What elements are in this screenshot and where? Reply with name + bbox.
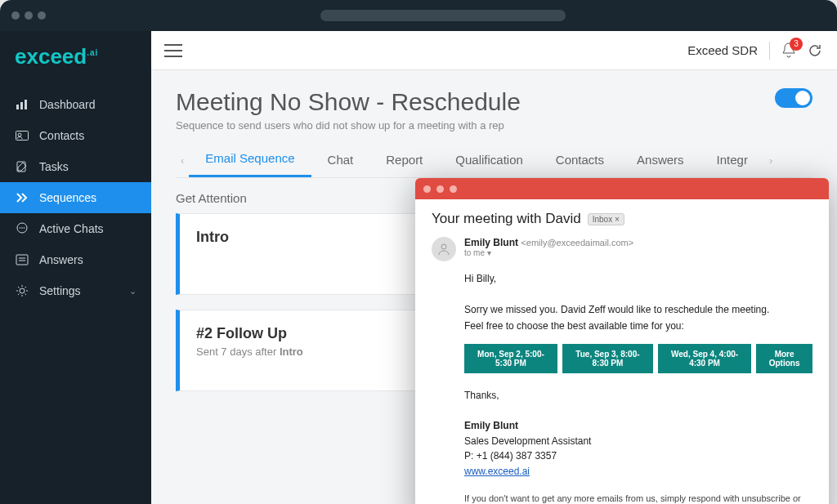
url-bar[interactable] xyxy=(320,10,566,21)
tabs-scroll-left[interactable]: ‹ xyxy=(176,154,189,167)
logo-text: exceed xyxy=(15,44,87,69)
sidebar-item-label: Tasks xyxy=(39,160,69,173)
time-slot-row: Mon, Sep 2, 5:00-5:30 PM Tue, Sep 3, 8:0… xyxy=(464,344,812,373)
sidebar-item-contacts[interactable]: Contacts xyxy=(0,120,151,151)
svg-rect-10 xyxy=(16,255,28,265)
sig-phone: P: +1 (844) 387 3357 xyxy=(464,448,812,464)
notification-badge: 3 xyxy=(790,38,803,51)
sequence-enabled-toggle[interactable] xyxy=(775,88,812,108)
sidebar-item-label: Answers xyxy=(39,253,83,266)
gear-icon xyxy=(15,284,29,297)
email-body-line: Feel free to choose the best available t… xyxy=(464,319,812,334)
current-user-label[interactable]: Exceed SDR xyxy=(687,43,758,57)
edit-icon xyxy=(15,160,29,173)
email-greeting: Hi Billy, xyxy=(464,271,812,287)
page-subtitle: Sequence to send users who did not show … xyxy=(176,119,521,132)
refresh-button[interactable] xyxy=(808,43,824,58)
sidebar-item-sequences[interactable]: Sequences xyxy=(0,182,151,213)
logo-suffix: .ai xyxy=(87,48,98,57)
chat-icon xyxy=(15,222,29,235)
sidebar-item-label: Dashboard xyxy=(39,98,96,111)
sig-title: Sales Development Assistant xyxy=(464,434,812,449)
window-dot xyxy=(25,11,33,20)
time-slot-button[interactable]: Tue, Sep 3, 8:00-8:30 PM xyxy=(562,344,653,373)
more-options-button[interactable]: More Options xyxy=(756,344,812,373)
email-subject-row: Your meeting with David Inbox × xyxy=(432,211,812,227)
email-from-address: <emily@exceedaimail.com> xyxy=(521,238,633,248)
tab-report[interactable]: Report xyxy=(369,145,439,176)
chart-bar-icon xyxy=(15,99,29,110)
tab-answers[interactable]: Answers xyxy=(620,145,700,176)
email-preview-window: Your meeting with David Inbox × Emily Bl… xyxy=(415,178,829,504)
tab-contacts[interactable]: Contacts xyxy=(539,145,620,176)
sidebar-item-tasks[interactable]: Tasks xyxy=(0,151,151,182)
person-icon xyxy=(437,243,450,256)
notifications-button[interactable]: 3 xyxy=(781,42,798,59)
address-card-icon xyxy=(15,130,29,141)
svg-rect-2 xyxy=(25,100,27,109)
sig-link[interactable]: www.exceed.ai xyxy=(464,466,530,477)
sidebar-item-label: Sequences xyxy=(39,191,96,204)
window-dot xyxy=(38,11,46,20)
sidebar-item-label: Settings xyxy=(39,284,81,297)
tabs: ‹ Email Sequence Chat Report Qualificati… xyxy=(176,143,812,178)
email-to-line[interactable]: to me ▾ xyxy=(464,248,633,257)
svg-rect-0 xyxy=(16,105,19,109)
email-subject: Your meeting with David xyxy=(432,211,581,227)
svg-point-4 xyxy=(18,133,21,136)
email-window-bar xyxy=(415,178,829,199)
card-sub-bold: Intro xyxy=(280,346,303,358)
email-closing: Thanks, xyxy=(464,388,812,404)
sig-name: Emily Blunt xyxy=(464,420,518,431)
chevrons-right-icon xyxy=(15,192,29,203)
window-controls xyxy=(11,11,46,20)
sidebar-item-active-chats[interactable]: Active Chats xyxy=(0,213,151,244)
svg-point-11 xyxy=(20,288,25,293)
tabs-scroll-right[interactable]: › xyxy=(764,154,777,167)
sidebar-item-label: Active Chats xyxy=(39,222,104,235)
sidebar-item-dashboard[interactable]: Dashboard xyxy=(0,89,151,120)
sidebar-item-answers[interactable]: Answers xyxy=(0,244,151,275)
sidebar-item-settings[interactable]: Settings ⌄ xyxy=(0,275,151,306)
svg-point-8 xyxy=(21,227,23,229)
list-icon xyxy=(15,254,29,265)
sidebar-item-label: Contacts xyxy=(39,129,84,142)
window-dot xyxy=(11,11,20,20)
tab-qualification[interactable]: Qualification xyxy=(439,145,539,176)
time-slot-button[interactable]: Wed, Sep 4, 4:00-4:30 PM xyxy=(658,344,751,373)
sidebar: exceed.ai Dashboard Contacts Tasks Seque… xyxy=(0,31,151,504)
svg-point-9 xyxy=(24,227,25,229)
svg-rect-1 xyxy=(20,102,23,109)
time-slot-button[interactable]: Mon, Sep 2, 5:00-5:30 PM xyxy=(464,344,557,373)
chevron-down-icon: ⌄ xyxy=(129,286,137,297)
svg-point-12 xyxy=(441,244,446,249)
unsub-text: If you don't want to get any more emails… xyxy=(464,493,801,504)
divider xyxy=(769,42,770,60)
logo: exceed.ai xyxy=(0,31,151,89)
avatar xyxy=(432,237,456,261)
window-dot xyxy=(436,185,444,193)
window-dot xyxy=(450,185,457,193)
tab-email-sequence[interactable]: Email Sequence xyxy=(189,143,311,177)
tab-integr[interactable]: Integr xyxy=(700,145,764,176)
email-body-line: Sorry we missed you. David Zeff would li… xyxy=(464,302,812,318)
browser-chrome-bar xyxy=(0,0,837,31)
card-sub-prefix: Sent 7 days after xyxy=(196,346,280,358)
top-bar: Exceed SDR 3 xyxy=(151,31,837,70)
refresh-icon xyxy=(808,43,822,58)
tab-chat[interactable]: Chat xyxy=(311,145,370,176)
inbox-chip[interactable]: Inbox × xyxy=(588,213,624,225)
page-title: Meeting No Show - Reschedule xyxy=(176,88,521,116)
email-from-name: Emily Blunt xyxy=(464,237,518,248)
menu-toggle-icon[interactable] xyxy=(164,44,182,57)
svg-point-7 xyxy=(20,227,21,229)
window-dot xyxy=(423,185,431,193)
